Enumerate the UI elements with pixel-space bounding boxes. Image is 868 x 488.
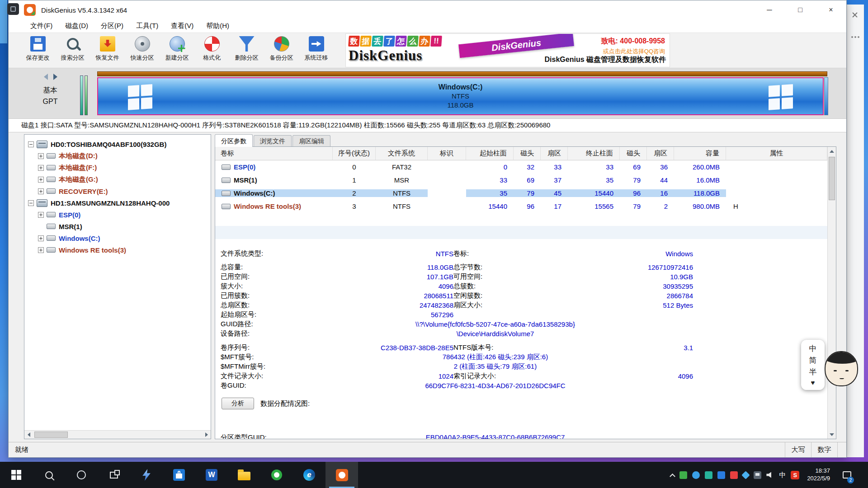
expand-toggle-icon[interactable] [38,177,44,183]
column-header[interactable]: 文件系统 [376,147,428,160]
ad-qq-link[interactable]: 或点击此处选择QQ咨询 [571,47,665,56]
toolbar-system-migrate[interactable]: 系统迁移 [299,33,334,68]
table-row-windows-c-selected[interactable]: Windows(C:) 2 NTFS 35 79 45 15440 96 16 … [215,187,827,200]
taskbar-app-word[interactable]: W [195,462,228,488]
menu-file[interactable]: 文件(F) [24,19,59,33]
tray-icon-blue-circle[interactable] [692,471,700,479]
expand-toggle-icon[interactable] [38,235,44,241]
menu-view[interactable]: 查看(V) [165,19,200,33]
toolbar-format[interactable]: 格式化 [194,33,229,68]
column-header[interactable]: 起始柱面 [466,147,514,160]
tree-horizontal-scrollbar[interactable] [24,430,211,439]
speaker-icon[interactable] [766,472,774,478]
sogou-icon[interactable]: S [791,471,799,479]
taskbar-clock[interactable]: 18:37 2022/5/9 [807,467,830,483]
toolbar-new-partition[interactable]: 新建分区 [160,33,194,68]
toolbar-quick-partition[interactable]: 快速分区 [125,33,160,68]
taskbar-app-lightning[interactable] [130,462,163,488]
scrollbar-thumb[interactable] [34,432,68,438]
column-header[interactable]: 序号(状态) [333,147,376,160]
tab-sector-edit[interactable]: 扇区编辑 [292,135,330,147]
minimize-button[interactable]: ─ [754,0,785,19]
taskbar-app-browser-green[interactable] [260,462,293,488]
collapse-toggle-icon[interactable] [28,200,34,206]
taskbar-file-explorer[interactable] [228,462,260,488]
input-method-widget[interactable]: 中 简 半 ♥ [801,340,861,390]
start-button[interactable] [0,462,33,488]
expand-toggle-icon[interactable] [38,188,44,194]
sidebar-item-windows-c[interactable]: Windows(C:) [24,232,211,244]
column-header[interactable]: 容量 [674,147,726,160]
column-header[interactable]: 终止柱面 [568,147,620,160]
menu-help[interactable]: 帮助(H) [200,19,236,33]
scroll-up-icon[interactable] [828,147,836,155]
taskbar-app-diskgenius-active[interactable] [326,462,358,488]
tray-icon-teal[interactable] [705,471,712,479]
background-menu-dots-icon[interactable] [851,36,859,38]
sidebar-item-hd1[interactable]: HD1:SAMSUNGMZNLN128HAHQ-000 [24,197,211,209]
sidebar-item-hd0[interactable]: HD0:TOSHIBAMQ04ABF100(932GB) [24,138,211,150]
column-header[interactable]: 扇区 [541,147,568,160]
toolbar-recover-files[interactable]: 恢复文件 [90,33,125,68]
column-header[interactable]: 卷标 [215,147,333,160]
scroll-right-icon[interactable] [202,431,211,439]
column-header[interactable]: 磁头 [620,147,647,160]
maximize-button[interactable]: □ [785,0,816,19]
tray-icon-qq[interactable] [717,471,725,479]
column-header[interactable]: 标识 [428,147,466,160]
table-row-esp[interactable]: ESP(0) 0 FAT32 0 32 33 33 69 36 260.0MB [215,160,827,174]
next-disk-icon[interactable] [53,74,57,80]
tray-icon-network[interactable] [754,471,761,479]
table-row-windows-re[interactable]: Windows RE tools(3) 3 NTFS 15440 96 17 1… [215,200,827,213]
expand-toggle-icon[interactable] [38,212,44,218]
sidebar-item-local-f[interactable]: 本地磁盘(F:) [24,162,211,174]
background-close-icon[interactable] [852,12,858,18]
disk0-thumbnail-bar[interactable] [85,75,88,115]
ad-banner[interactable]: 数 据 丢 了 怎 么 办 !! DiskGenius DiskGenius 致… [345,33,670,67]
menu-disk[interactable]: 磁盘(D) [59,19,94,33]
resize-grip[interactable] [837,442,846,457]
menu-tools[interactable]: 工具(T) [130,19,165,33]
analyze-button[interactable]: 分析 [222,398,254,409]
tab-browse-files[interactable]: 浏览文件 [254,135,292,147]
tray-icon-snowflake[interactable] [742,471,750,479]
taskbar-task-view[interactable] [98,462,130,488]
partition-bar-windows-c[interactable]: Windows(C:) NTFS 118.0GB [97,77,824,115]
disk0-thumbnail-bar[interactable] [80,75,83,115]
taskbar-cortana[interactable] [65,462,98,488]
sidebar-item-local-g[interactable]: 本地磁盘(G:) [24,174,211,185]
scroll-left-icon[interactable] [24,431,33,439]
vertical-scrollbar[interactable] [827,147,836,439]
scroll-down-icon[interactable] [828,430,836,439]
action-center-button[interactable]: 2 [838,462,856,488]
sidebar-item-msr[interactable]: MSR(1) [24,221,211,232]
tray-expand-chevron-icon[interactable] [670,473,676,479]
sidebar-item-recovery-e[interactable]: RECOVERY(E:) [24,185,211,197]
collapse-toggle-icon[interactable] [28,141,34,147]
expand-toggle-icon[interactable] [38,153,44,159]
menu-partition[interactable]: 分区(P) [94,19,130,33]
table-row-msr[interactable]: MSR(1) 1 MSR 33 69 37 35 79 44 16.0MB [215,174,827,187]
toolbar-backup-partition[interactable]: 备份分区 [264,33,299,68]
tray-icon-red[interactable] [730,471,738,479]
tab-partition-params[interactable]: 分区参数 [215,134,253,147]
taskbar-search[interactable] [33,462,65,488]
toolbar-save-changes[interactable]: 保存更改 [20,33,55,68]
sidebar-item-esp[interactable]: ESP(0) [24,209,211,221]
input-language-indicator[interactable]: 中 [779,471,786,479]
expand-toggle-icon[interactable] [38,247,44,253]
column-header[interactable]: 扇区 [647,147,674,160]
column-header[interactable]: 磁头 [514,147,541,160]
close-button[interactable]: × [816,0,846,19]
expand-toggle-icon[interactable] [38,165,44,171]
sidebar-item-local-d[interactable]: 本地磁盘(D:) [24,150,211,162]
scrollbar-thumb[interactable] [829,157,835,200]
tray-icon-green[interactable] [679,471,687,479]
toolbar-delete-partition[interactable]: 删除分区 [229,33,264,68]
taskbar-app-store[interactable] [163,462,195,488]
sidebar-item-windows-re[interactable]: Windows RE tools(3) [24,244,211,256]
input-mode-card[interactable]: 中 简 半 ♥ [801,340,825,390]
column-header[interactable]: 属性 [726,147,827,160]
toolbar-search-partition[interactable]: 搜索分区 [55,33,90,68]
prev-disk-icon[interactable] [44,74,48,80]
